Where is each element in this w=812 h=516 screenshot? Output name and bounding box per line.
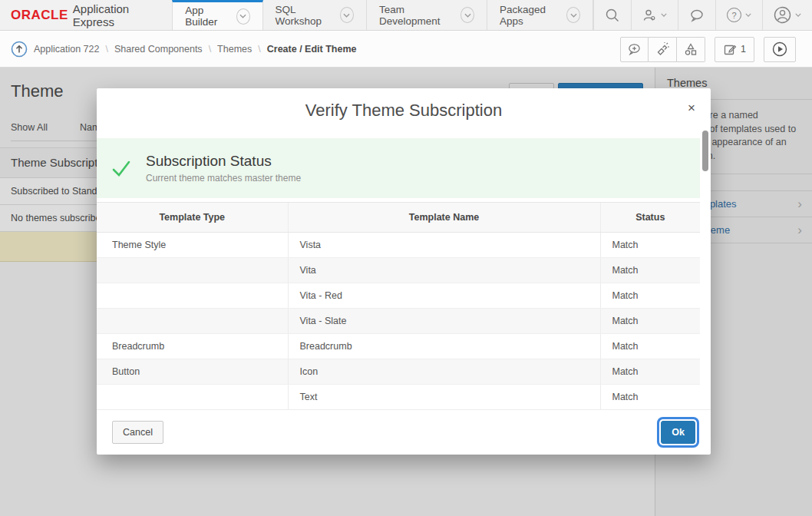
breadcrumb-application[interactable]: Application 722 [34, 44, 99, 55]
tab-app-builder[interactable]: App Builder [172, 0, 262, 30]
cell-status: Match [600, 233, 700, 258]
search-button[interactable] [593, 0, 631, 30]
flashlight-icon [655, 42, 669, 56]
chevron-down-icon [745, 13, 751, 17]
users-icon [642, 8, 657, 22]
help-menu-button[interactable]: ? [715, 0, 762, 30]
dialog-title: Verify Theme Subscription [97, 88, 711, 133]
top-navigation-bar: ORACLE Application Express App Builder S… [0, 0, 812, 31]
theme-components-button[interactable] [677, 37, 705, 62]
play-icon [772, 41, 787, 57]
cancel-button[interactable]: Cancel [112, 421, 163, 444]
table-row: Breadcrumb Breadcrumb Match [97, 334, 700, 359]
chevron-down-icon [340, 7, 354, 23]
comment-plus-icon [627, 42, 642, 56]
cell-template-type [97, 309, 288, 334]
breadcrumb-separator: \ [209, 44, 211, 55]
dialog-footer: Cancel Ok [97, 409, 711, 455]
cell-status: Match [600, 334, 700, 359]
feedback-button[interactable] [678, 0, 715, 30]
cell-template-type: Breadcrumb [97, 334, 288, 359]
cell-template-type: Theme Style [97, 233, 288, 258]
breadcrumb-themes[interactable]: Themes [217, 44, 252, 55]
cell-status: Match [600, 283, 700, 309]
subscription-status-banner: Subscription Status Current theme matche… [97, 138, 700, 198]
ok-button[interactable]: Ok [661, 421, 695, 444]
product-name: Application Express [73, 2, 155, 28]
column-header-template-name: Template Name [288, 203, 600, 233]
shapes-icon [684, 42, 698, 56]
cell-template-name: Vita - Slate [288, 309, 600, 334]
chevron-down-icon [566, 7, 580, 23]
add-comment-button[interactable] [620, 37, 649, 62]
chevron-down-icon [236, 8, 250, 25]
tab-sql-workshop[interactable]: SQL Workshop [263, 0, 367, 30]
cell-template-name: Vita - Red [288, 283, 600, 309]
tab-label: Packaged Apps [500, 4, 560, 27]
user-avatar-icon [774, 6, 791, 24]
cell-status: Match [600, 258, 700, 283]
modal-scrollbar[interactable] [702, 131, 708, 171]
search-icon [605, 8, 620, 23]
page-toolbar: 1 [620, 37, 812, 62]
chat-bubble-icon [689, 8, 705, 22]
breadcrumb-separator: \ [258, 44, 260, 55]
table-row: Vita - Red Match [97, 283, 700, 309]
nav-utility-icons: ? [593, 0, 812, 30]
edit-page-number: 1 [741, 44, 746, 55]
cell-template-name: Vita [288, 258, 600, 283]
dialog-body: Subscription Status Current theme matche… [97, 131, 711, 409]
cell-status: Match [600, 359, 700, 385]
tab-packaged-apps[interactable]: Packaged Apps [487, 0, 593, 30]
up-level-icon[interactable] [11, 41, 28, 58]
cell-status: Match [600, 385, 700, 410]
cell-status: Match [600, 309, 700, 334]
cell-template-name: Vista [288, 233, 600, 258]
cell-template-name: Text [288, 385, 600, 410]
cell-template-type [97, 258, 288, 283]
user-menu-button[interactable] [762, 0, 812, 30]
tab-label: App Builder [185, 5, 229, 28]
status-message: Current theme matches master theme [146, 173, 301, 184]
table-row: Text Match [97, 385, 700, 410]
tab-label: SQL Workshop [276, 4, 334, 27]
spotlight-button[interactable] [649, 37, 677, 62]
breadcrumb-bar: Application 722 \ Shared Components \ Th… [0, 31, 812, 68]
breadcrumb-shared-components[interactable]: Shared Components [114, 44, 203, 55]
close-icon[interactable]: × [688, 101, 695, 114]
table-row: Vita Match [97, 258, 700, 283]
edit-icon [723, 42, 737, 56]
dialog-header: Verify Theme Subscription × [97, 88, 711, 131]
breadcrumb-current-page: Create / Edit Theme [267, 44, 357, 55]
chevron-down-icon [460, 7, 474, 23]
run-page-button[interactable] [764, 37, 796, 62]
table-row: Vita - Slate Match [97, 309, 700, 334]
cell-template-name: Icon [288, 359, 600, 385]
verify-theme-subscription-dialog: Verify Theme Subscription × Subscription… [97, 88, 711, 455]
breadcrumb: Application 722 \ Shared Components \ Th… [0, 41, 356, 58]
success-check-icon [97, 157, 146, 179]
column-header-template-type: Template Type [97, 203, 288, 233]
column-header-status: Status [600, 203, 700, 233]
oracle-wordmark: ORACLE [11, 8, 68, 23]
administration-menu-button[interactable] [631, 0, 678, 30]
table-header-row: Template Type Template Name Status [97, 203, 700, 233]
oracle-apex-logo: ORACLE Application Express [0, 0, 172, 30]
table-row: Button Icon Match [97, 359, 700, 385]
cell-template-type [97, 385, 288, 410]
table-row: Theme Style Vista Match [97, 233, 700, 258]
main-nav-tabs: App Builder SQL Workshop Team Developmen… [172, 0, 593, 30]
chevron-down-icon [661, 13, 667, 17]
tab-team-development[interactable]: Team Development [367, 0, 487, 30]
status-heading: Subscription Status [146, 153, 301, 170]
tab-label: Team Development [379, 4, 454, 27]
dev-toolbar-group [620, 37, 705, 62]
template-verification-table: Template Type Template Name Status Theme… [97, 202, 700, 409]
breadcrumb-separator: \ [105, 44, 107, 55]
edit-page-button[interactable]: 1 [715, 37, 754, 62]
cell-template-type: Button [97, 359, 288, 385]
chevron-down-icon [795, 13, 801, 17]
cell-template-name: Breadcrumb [288, 334, 600, 359]
cell-template-type [97, 283, 288, 309]
help-icon: ? [727, 8, 741, 22]
